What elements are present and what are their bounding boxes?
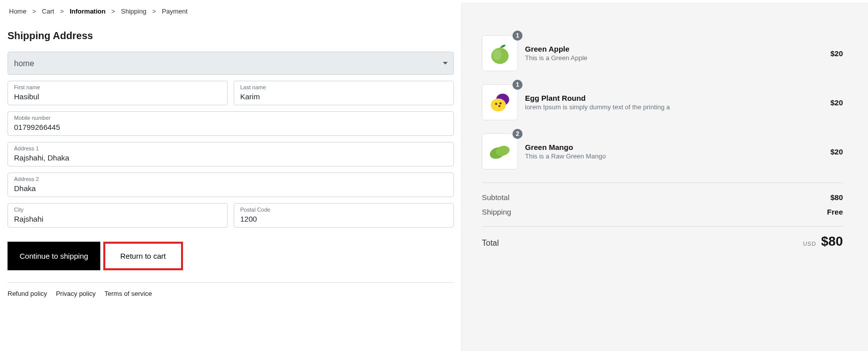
breadcrumb: Home > Cart > Information > Shipping > P…: [8, 8, 454, 15]
breadcrumb-home[interactable]: Home: [9, 8, 27, 15]
shipping-value: Free: [827, 208, 843, 216]
mango-icon: [486, 138, 513, 165]
total-amount: $80: [821, 234, 843, 249]
page-title: Shipping Address: [8, 30, 454, 42]
footer-links: Refund policy Privacy policy Terms of se…: [8, 290, 454, 297]
svg-point-5: [498, 105, 500, 107]
mobile-input[interactable]: [14, 123, 447, 131]
product-thumbnail: 1: [482, 35, 518, 71]
breadcrumb-payment[interactable]: Payment: [162, 8, 188, 15]
postal-field[interactable]: Postal Code: [234, 203, 454, 228]
quantity-badge: 2: [512, 129, 523, 139]
item-price: $20: [830, 147, 843, 156]
address2-field[interactable]: Address 2: [8, 172, 454, 197]
address2-label: Address 2: [14, 176, 447, 182]
divider: [482, 226, 843, 227]
postal-input[interactable]: [240, 215, 447, 223]
shipping-line: Shipping Free: [482, 205, 843, 219]
shipping-label: Shipping: [482, 208, 511, 216]
apple-icon: [486, 40, 513, 67]
address2-input[interactable]: [14, 184, 447, 193]
svg-point-4: [495, 103, 497, 105]
city-field[interactable]: City: [8, 203, 228, 228]
divider: [482, 183, 843, 183]
subtotal-value: $80: [830, 193, 843, 202]
subtotal-line: Subtotal $80: [482, 190, 843, 205]
passionfruit-icon: [486, 89, 513, 116]
item-name: Egg Plant Round: [525, 94, 830, 102]
first-name-label: First name: [14, 84, 221, 90]
quantity-badge: 1: [512, 31, 523, 41]
item-description: This is a Green Apple: [525, 54, 830, 62]
refund-policy-link[interactable]: Refund policy: [8, 290, 47, 297]
last-name-input[interactable]: [240, 92, 447, 101]
first-name-field[interactable]: First name: [8, 81, 228, 105]
address1-label: Address 1: [14, 145, 447, 151]
total-label: Total: [482, 239, 499, 248]
item-price: $20: [830, 49, 843, 58]
svg-point-1: [493, 49, 501, 60]
first-name-input[interactable]: [14, 92, 221, 101]
breadcrumb-cart[interactable]: Cart: [42, 8, 55, 15]
city-label: City: [14, 207, 221, 213]
item-name: Green Mango: [525, 143, 830, 151]
chevron-right-icon: >: [111, 8, 115, 15]
cart-item: 2 Green Mango This is a Raw Green Mango …: [482, 133, 843, 169]
cart-item: 1 Green Apple This is a Green Apple $20: [482, 35, 843, 71]
city-input[interactable]: [14, 215, 221, 223]
privacy-policy-link[interactable]: Privacy policy: [56, 290, 95, 297]
chevron-right-icon: >: [60, 8, 64, 15]
breadcrumb-shipping[interactable]: Shipping: [121, 8, 146, 15]
subtotal-label: Subtotal: [482, 193, 509, 202]
return-to-cart-button[interactable]: Return to cart: [103, 242, 183, 270]
address1-input[interactable]: [14, 153, 447, 162]
address1-field[interactable]: Address 1: [8, 142, 454, 166]
total-line: Total USD $80: [482, 234, 843, 249]
mobile-label: Mobile number: [14, 115, 447, 121]
svg-point-6: [499, 102, 501, 104]
product-thumbnail: 2: [482, 133, 518, 169]
chevron-right-icon: >: [152, 8, 156, 15]
item-description: lorem Ipsum is simply dummy text of the …: [525, 103, 830, 111]
total-currency: USD: [803, 241, 816, 247]
continue-to-shipping-button[interactable]: Continue to shipping: [8, 242, 100, 270]
svg-point-3: [491, 98, 506, 111]
last-name-field[interactable]: Last name: [234, 81, 454, 105]
item-price: $20: [830, 98, 843, 107]
item-name: Green Apple: [525, 45, 830, 53]
product-thumbnail: 1: [482, 84, 518, 120]
postal-label: Postal Code: [240, 207, 447, 213]
terms-link[interactable]: Terms of service: [104, 290, 152, 297]
cart-item: 1 Egg Plant Round lorem Ipsum is simply …: [482, 84, 843, 120]
mobile-field[interactable]: Mobile number: [8, 111, 454, 136]
breadcrumb-information[interactable]: Information: [70, 8, 106, 15]
saved-address-select[interactable]: home: [8, 52, 454, 75]
chevron-right-icon: >: [32, 8, 36, 15]
divider: [8, 282, 454, 283]
item-description: This is a Raw Green Mango: [525, 152, 830, 160]
last-name-label: Last name: [240, 84, 447, 90]
quantity-badge: 1: [512, 80, 523, 90]
